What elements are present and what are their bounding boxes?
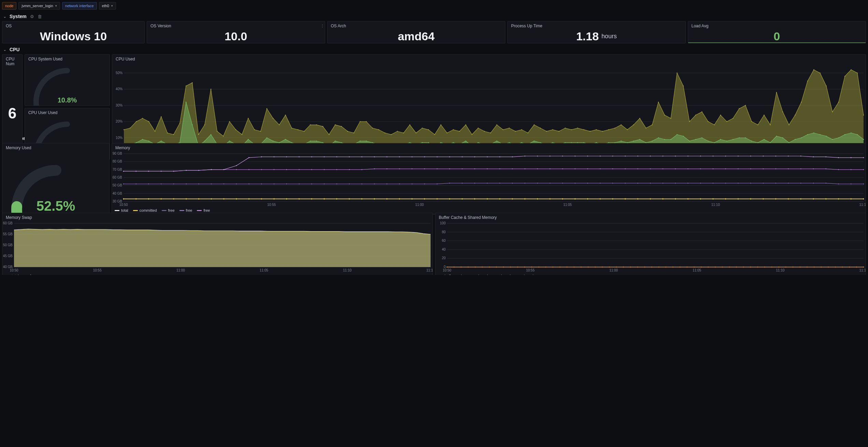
svg-point-358	[374, 198, 375, 199]
svg-point-521	[161, 171, 162, 172]
svg-point-497	[612, 168, 613, 169]
gear-icon[interactable]: ⚙	[30, 14, 34, 19]
svg-point-132	[832, 111, 833, 112]
legend-item[interactable]: committed	[133, 208, 157, 212]
svg-point-142	[148, 141, 149, 142]
svg-point-828	[701, 267, 702, 268]
svg-text:11:15: 11:15	[426, 268, 433, 272]
svg-point-376	[600, 198, 601, 199]
panel-title: Memory	[112, 143, 866, 152]
svg-point-93	[590, 131, 591, 132]
svg-point-107	[677, 72, 678, 73]
panel-memory-used[interactable]: Memory Used 52.5%	[2, 143, 110, 215]
svg-point-129	[813, 69, 814, 70]
svg-point-396	[851, 198, 852, 199]
legend-item[interactable]: shared	[493, 274, 511, 275]
svg-point-570	[775, 156, 776, 157]
svg-point-247	[801, 137, 802, 138]
svg-point-484	[449, 168, 450, 169]
svg-point-177	[366, 141, 367, 142]
svg-text:60 GB: 60 GB	[3, 221, 13, 225]
panel-loadavg[interactable]: Load Avg 0	[688, 21, 866, 43]
chart-memory: 30 GB40 GB50 GB60 GB70 GB80 GB90 GB10:50…	[112, 152, 866, 207]
legend-item[interactable]: free	[24, 274, 37, 275]
legend-item[interactable]: shared	[470, 274, 488, 275]
svg-point-801	[510, 267, 511, 268]
svg-point-350	[274, 198, 275, 199]
svg-point-125	[789, 124, 790, 125]
svg-point-566	[725, 156, 726, 157]
svg-point-345	[211, 198, 212, 199]
legend-item[interactable]: shared	[516, 274, 534, 275]
section-header-cpu[interactable]: ⌄ CPU	[2, 45, 866, 54]
svg-point-56	[360, 121, 361, 122]
svg-point-384	[700, 198, 701, 199]
chevron-down-icon: ▾	[111, 4, 113, 8]
legend-item[interactable]: total	[5, 274, 19, 275]
svg-point-481	[411, 168, 413, 169]
var-select-node[interactable]: jvmm_server_login ▾	[18, 2, 60, 10]
panel-buffer-cache[interactable]: Buffer Cache & Shared Memory 02040608010…	[435, 213, 866, 275]
legend-label: total	[12, 274, 19, 275]
legend-item[interactable]: free	[162, 208, 175, 212]
svg-point-513	[813, 168, 814, 169]
svg-point-516	[851, 169, 852, 170]
svg-point-364	[449, 198, 450, 199]
svg-point-492	[550, 168, 551, 169]
svg-point-837	[764, 267, 765, 268]
svg-point-60	[385, 132, 386, 134]
svg-point-491	[537, 168, 538, 169]
svg-point-404	[198, 183, 199, 184]
svg-point-85	[540, 128, 541, 129]
svg-point-204	[534, 141, 535, 142]
svg-point-547	[487, 156, 488, 157]
svg-text:11:15: 11:15	[859, 268, 866, 272]
section-title: System	[10, 14, 27, 19]
svg-point-53	[341, 126, 342, 127]
svg-point-842	[799, 267, 800, 268]
svg-point-359	[387, 198, 388, 199]
panel-memory-swap[interactable]: Memory Swap 40 GB45 GB50 GB55 GB60 GB10:…	[2, 213, 433, 275]
svg-point-61	[391, 134, 392, 135]
svg-point-75	[478, 128, 479, 129]
svg-point-452	[800, 183, 801, 184]
svg-point-248	[807, 134, 808, 135]
legend-item[interactable]: total	[115, 208, 128, 212]
svg-point-241	[764, 139, 765, 140]
svg-point-544	[449, 156, 450, 157]
svg-point-555	[587, 156, 588, 157]
svg-point-836	[757, 267, 758, 268]
legend-item[interactable]: free	[197, 208, 210, 212]
svg-point-380	[650, 198, 651, 199]
svg-point-31	[204, 124, 205, 125]
panel-os-arch[interactable]: OS Arch amd64	[327, 21, 506, 43]
svg-point-82	[521, 129, 522, 130]
svg-point-556	[600, 156, 601, 157]
svg-point-509	[763, 168, 764, 169]
svg-point-471	[286, 169, 287, 170]
section-header-system[interactable]: ⌄ System ⚙ 🗑	[2, 12, 866, 21]
svg-point-218	[621, 141, 622, 142]
svg-point-254	[844, 134, 845, 135]
svg-point-545	[462, 156, 463, 157]
svg-point-822	[659, 267, 660, 268]
svg-point-250	[820, 134, 821, 135]
svg-point-348	[248, 198, 249, 199]
svg-point-28	[186, 85, 187, 86]
var-select-interface[interactable]: eth0 ▾	[99, 2, 116, 10]
svg-point-257	[863, 139, 864, 140]
gauge-value: 52.5%	[37, 198, 75, 214]
panel-menu-icon[interactable]: ···	[322, 23, 323, 27]
panel-uptime[interactable]: Process Up Time 1.18 hours	[507, 21, 686, 43]
legend-item[interactable]: buffer cache	[438, 274, 465, 275]
trash-icon[interactable]: 🗑	[38, 14, 42, 19]
legend-item[interactable]: free	[179, 208, 192, 212]
legend-label: committed	[140, 208, 157, 212]
svg-point-343	[186, 198, 187, 199]
svg-point-51	[329, 134, 330, 135]
panel-memory[interactable]: Memory 30 GB40 GB50 GB60 GB70 GB80 GB90 …	[112, 143, 866, 215]
svg-point-62	[397, 131, 398, 132]
panel-os[interactable]: OS Windows 10	[2, 21, 145, 43]
panel-os-version[interactable]: ··· OS Version 10.0	[147, 21, 325, 43]
panel-cpu-system-used[interactable]: CPU System Used 10.8%	[25, 54, 110, 106]
